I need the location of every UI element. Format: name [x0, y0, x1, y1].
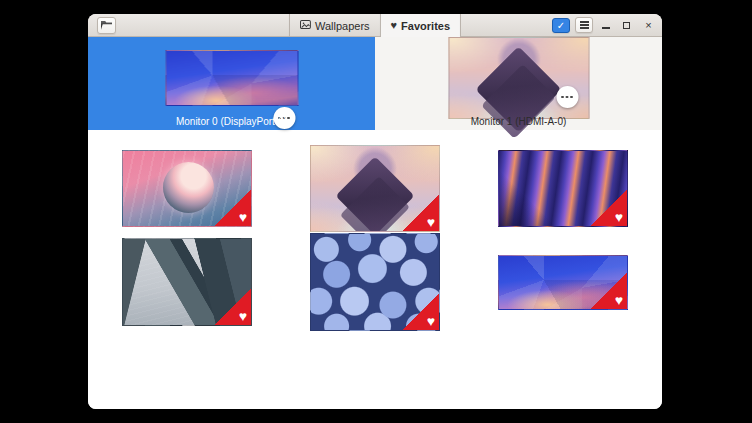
- tab-favorites-label: Favorites: [401, 20, 450, 32]
- wallpaper-tile-silk-waves[interactable]: ♥: [498, 150, 628, 227]
- heart-icon: ♥: [239, 210, 247, 224]
- wallpaper-tile-floating-island[interactable]: ♥: [310, 145, 440, 232]
- wallpaper-tile-blue-flowers[interactable]: ♥: [310, 233, 440, 331]
- heart-icon: ♥: [391, 20, 398, 31]
- heart-icon: ♥: [427, 314, 435, 328]
- tab-wallpapers[interactable]: Wallpapers: [289, 14, 381, 37]
- tab-favorites[interactable]: ♥ Favorites: [381, 14, 461, 37]
- grid-row-2: ♥ ♥ ♥: [122, 233, 628, 331]
- desktop-background: Wallpapers ♥ Favorites ✓ ×: [0, 0, 752, 423]
- heart-icon: ♥: [427, 215, 435, 229]
- monitor-card-1[interactable]: Monitor 1 (HDMI-A-0): [375, 37, 662, 130]
- favorites-grid: ♥ ♥ ♥ ♥ ♥ ♥: [88, 130, 662, 409]
- hamburger-menu-icon: [580, 21, 589, 29]
- minimize-button[interactable]: [598, 17, 613, 33]
- wallpaper-tile-fuzzy-sphere[interactable]: ♥: [122, 150, 252, 227]
- wallpaper-tile-blue-geometric[interactable]: ♥: [498, 255, 628, 310]
- header-bar: Wallpapers ♥ Favorites ✓ ×: [88, 14, 662, 37]
- monitor-1-wallpaper-thumbnail[interactable]: [448, 37, 589, 119]
- open-folder-button[interactable]: [97, 17, 116, 34]
- favorite-badge: ♥: [214, 189, 251, 226]
- monitor-0-wallpaper-thumbnail[interactable]: [165, 50, 298, 106]
- monitor-0-label: Monitor 0 (DisplayPort-0): [88, 116, 375, 127]
- monitor-1-ellipsis-button[interactable]: [556, 86, 578, 108]
- monitor-card-0[interactable]: Monitor 0 (DisplayPort-0): [88, 37, 375, 130]
- favorite-badge: ♥: [214, 288, 251, 325]
- close-button[interactable]: ×: [641, 17, 656, 33]
- close-icon: ×: [645, 20, 651, 31]
- wallpaper-app-window: Wallpapers ♥ Favorites ✓ ×: [88, 14, 662, 409]
- wallpaper-tile-skyscrapers[interactable]: ♥: [122, 238, 252, 326]
- favorite-badge: ♥: [402, 194, 439, 231]
- monitor-1-label: Monitor 1 (HDMI-A-0): [375, 116, 662, 127]
- favorite-badge: ♥: [402, 293, 439, 330]
- minimize-icon: [602, 27, 610, 29]
- heart-icon: ♥: [615, 210, 623, 224]
- favorite-badge: ♥: [590, 189, 627, 226]
- maximize-icon: [623, 22, 630, 29]
- view-switcher: Wallpapers ♥ Favorites: [289, 14, 461, 37]
- menu-button[interactable]: [575, 17, 593, 33]
- apply-wallpaper-button[interactable]: ✓: [552, 18, 570, 33]
- favorite-badge: ♥: [590, 272, 627, 309]
- grid-row-1: ♥ ♥ ♥: [122, 145, 628, 232]
- check-icon: ✓: [557, 21, 565, 31]
- tab-wallpapers-label: Wallpapers: [315, 20, 370, 32]
- maximize-button[interactable]: [619, 17, 634, 33]
- image-icon: [300, 19, 311, 32]
- heart-icon: ♥: [615, 293, 623, 307]
- open-folder-icon: [100, 17, 113, 35]
- monitor-selector-row: Monitor 0 (DisplayPort-0) Monitor 1 (HDM…: [88, 37, 662, 130]
- heart-icon: ♥: [239, 309, 247, 323]
